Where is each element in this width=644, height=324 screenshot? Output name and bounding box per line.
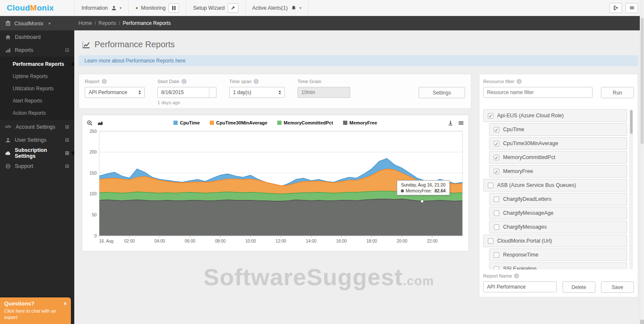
settings-button[interactable]: Settings — [419, 87, 465, 98]
checkbox[interactable] — [494, 155, 499, 160]
start-date-input[interactable] — [157, 87, 216, 98]
chart-body[interactable]: 05010015020025016. Aug02:0004:0006:0008:… — [85, 128, 466, 248]
page-scrollbar[interactable] — [640, 0, 644, 324]
save-button[interactable]: Save — [601, 281, 634, 293]
checkbox[interactable] — [488, 238, 493, 244]
chart-panel: CpuTime CpuTime30MinAverage MemoryCommit… — [82, 115, 469, 251]
pause-monitoring-button[interactable] — [168, 3, 179, 13]
sidebar-item-label: Subscription Settings — [15, 147, 61, 159]
chat-body-text[interactable]: Click here to chat with an expert — [4, 308, 67, 320]
breadcrumb-separator: / — [95, 20, 96, 26]
sign-out-button[interactable] — [609, 3, 622, 13]
svg-text:18:00: 18:00 — [366, 239, 377, 243]
checkbox[interactable] — [494, 266, 499, 270]
resource-row[interactable]: CloudMonix.Portal (Url) — [483, 235, 627, 247]
resource-row[interactable]: ResponseTime — [489, 248, 627, 261]
time-span-select[interactable]: 1 day(s) — [229, 87, 285, 98]
workspace-selector[interactable]: CloudMonix ▾ — [0, 16, 74, 30]
sidebar-item-subscription-settings[interactable]: Subscription Settings ⊞ — [0, 146, 74, 159]
resource-row[interactable]: CpuTime — [489, 123, 627, 136]
workspace-name: CloudMonix — [14, 20, 43, 27]
checkbox[interactable] — [494, 211, 499, 216]
download-icon[interactable] — [447, 120, 454, 126]
sidebar-item-alert-reports[interactable]: Alert Reports — [0, 94, 74, 107]
report-select-value: API Performance — [89, 89, 127, 95]
legend-swatch — [210, 121, 214, 125]
sidebar-item-dashboard[interactable]: Dashboard — [0, 30, 74, 43]
wrench-icon — [230, 5, 235, 11]
page-content: Performance Reports Learn more about Per… — [74, 30, 644, 324]
breadcrumb-reports[interactable]: Reports — [98, 20, 116, 26]
expand-icon[interactable]: ⊞ — [65, 150, 69, 156]
svg-text:12:00: 12:00 — [276, 239, 286, 243]
checkbox[interactable] — [488, 183, 493, 188]
list-scrollbar-thumb[interactable] — [630, 110, 633, 134]
sidebar-item-action-reports[interactable]: Action Reports — [0, 107, 74, 119]
checkbox[interactable] — [494, 252, 499, 258]
zoom-icon[interactable] — [87, 120, 93, 126]
svg-text:16:00: 16:00 — [336, 239, 346, 243]
expand-icon[interactable]: ⊞ — [65, 137, 69, 143]
bar-chart-icon — [5, 47, 11, 53]
report-form: Reporti API Performance Start Datei — [78, 74, 471, 109]
chat-widget[interactable]: Questions? × Click here to chat with an … — [0, 297, 71, 324]
delete-button[interactable]: Delete — [563, 281, 595, 293]
area-chart-icon[interactable] — [97, 120, 103, 126]
checkbox[interactable] — [494, 224, 499, 230]
app-menu-button[interactable] — [625, 3, 638, 13]
report-name-input[interactable] — [483, 281, 557, 292]
breadcrumb-home[interactable]: Home — [78, 20, 92, 26]
expand-icon[interactable]: ⊞ — [65, 124, 69, 130]
report-select[interactable]: API Performance — [85, 87, 145, 98]
resource-row[interactable]: MemoryCommittedPct — [489, 151, 627, 164]
sidebar-item-reports[interactable]: Reports ⊟ — [0, 43, 74, 57]
legend-label: MemoryFree — [349, 120, 377, 125]
sidebar-item-performance-reports[interactable]: Performance Reports — [0, 58, 74, 70]
sidebar-item-support[interactable]: Support ⊞ — [0, 159, 74, 173]
resource-row[interactable]: Api-EUS (Azure Cloud Role) — [483, 109, 627, 122]
resource-row[interactable]: ChargifyMessages — [489, 221, 627, 233]
resource-row[interactable]: CpuTime30MinAverage — [489, 137, 627, 150]
chart-legend: CpuTime CpuTime30MinAverage MemoryCommit… — [103, 120, 447, 125]
close-icon[interactable]: × — [64, 301, 67, 307]
checkbox[interactable] — [494, 127, 499, 132]
legend-item-memorycommittedpct[interactable]: MemoryCommittedPct — [277, 120, 333, 125]
list-scrollbar[interactable] — [629, 109, 633, 270]
checkbox[interactable] — [494, 169, 499, 174]
legend-item-cputime30minaverage[interactable]: CpuTime30MinAverage — [210, 120, 267, 125]
resource-row[interactable]: MemoryFree — [489, 165, 627, 178]
svg-text:04:00: 04:00 — [154, 239, 165, 243]
svg-text:06:00: 06:00 — [185, 239, 195, 243]
legend-item-cputime[interactable]: CpuTime — [173, 120, 200, 125]
sidebar-item-user-settings[interactable]: User Settings ⊞ — [0, 133, 74, 146]
sidebar-item-label: Utilization Reports — [13, 86, 54, 92]
resource-row[interactable]: ASB (Azure Service Bus Queues) — [483, 179, 627, 192]
checkbox[interactable] — [488, 113, 493, 119]
sidebar-item-account-settings[interactable]: </> Account Settings ⊞ — [0, 120, 74, 133]
menu-setup-wizard[interactable]: Setup Wizard — [186, 0, 245, 16]
resource-row[interactable]: SSLExpiration — [489, 262, 627, 270]
svg-text:20:00: 20:00 — [397, 239, 407, 243]
sidebar-item-utilization-reports[interactable]: Utilization Reports — [0, 82, 74, 94]
menu-information[interactable]: Information ▾ — [74, 0, 129, 16]
time-span-value: 1 day(s) — [233, 89, 251, 95]
menu-active-alerts[interactable]: Active Alerts(1) ▾ — [246, 0, 309, 16]
run-button[interactable]: Run — [601, 87, 634, 98]
checkbox[interactable] — [494, 141, 499, 146]
sidebar-item-label: Uptime Reports — [13, 73, 48, 79]
checkbox[interactable] — [494, 197, 499, 202]
resource-filter-input[interactable] — [483, 87, 593, 98]
info-banner[interactable]: Learn more about Performance Reports her… — [78, 55, 638, 66]
brand-logo[interactable]: CloudMonix — [0, 0, 74, 16]
expand-icon[interactable]: ⊞ — [65, 163, 69, 169]
page-scrollbar-thumb[interactable] — [641, 18, 644, 144]
legend-item-memoryfree[interactable]: MemoryFree — [343, 120, 377, 125]
collapse-icon[interactable]: ⊟ — [65, 47, 69, 53]
resource-row[interactable]: ChargifyMessageAge — [489, 207, 627, 219]
chevron-down-icon: ▾ — [300, 6, 302, 10]
chart-menu-icon[interactable] — [458, 120, 464, 126]
wizard-button[interactable] — [228, 3, 238, 13]
resource-row[interactable]: ChargifyDeadLetters — [489, 193, 627, 205]
sidebar-item-uptime-reports[interactable]: Uptime Reports — [0, 70, 74, 82]
menu-monitoring[interactable]: ● Monitoring — [129, 0, 186, 16]
